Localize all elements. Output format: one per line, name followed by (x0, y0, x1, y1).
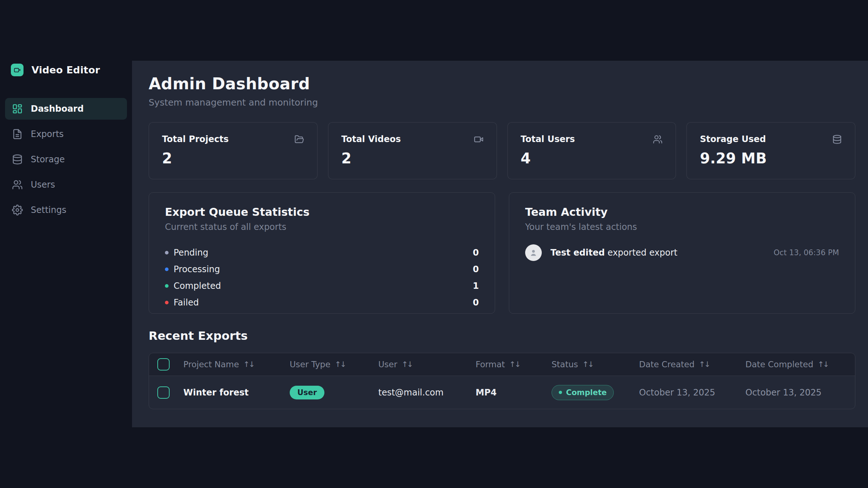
select-all-checkbox[interactable] (157, 358, 170, 371)
stat-label: Storage Used (700, 134, 766, 144)
sidebar-item-settings[interactable]: Settings (5, 199, 127, 221)
table-row[interactable]: Winter forest User test@mail.com MP4 Com… (149, 376, 855, 409)
team-activity-panel: Team Activity Your team's latest actions… (509, 192, 855, 314)
queue-row-processing: Processing 0 (165, 261, 479, 278)
video-editor-logo-icon (11, 64, 24, 76)
team-activity-title: Team Activity (525, 206, 839, 218)
export-queue-title: Export Queue Statistics (165, 206, 479, 218)
stat-label: Total Projects (162, 134, 229, 144)
sidebar-nav: Dashboard Exports Storage Users Settings (5, 98, 127, 221)
column-header-format[interactable]: Format↑↓ (476, 360, 552, 369)
stat-cards-row: Total Projects 2 Total Videos 2 Total Us… (149, 122, 855, 179)
export-queue-subtitle: Current status of all exports (165, 222, 479, 232)
users-icon (12, 179, 23, 190)
page-subtitle: System management and monitoring (149, 97, 855, 108)
cell-project-name: Winter forest (183, 388, 290, 398)
users-icon (653, 134, 663, 144)
stat-value: 2 (341, 150, 484, 167)
column-header-status[interactable]: Status↑↓ (552, 360, 639, 369)
sort-icon: ↑↓ (582, 360, 593, 369)
queue-status-list: Pending 0 Processing 0 Completed 1 Faile… (165, 244, 479, 311)
dashboard-icon (12, 103, 23, 114)
status-dot-icon (559, 391, 562, 394)
cell-format: MP4 (476, 388, 552, 398)
pending-dot (165, 251, 169, 254)
stat-value: 2 (162, 150, 304, 167)
table-header-row: Project Name↑↓ User Type↑↓ User↑↓ Format… (149, 353, 855, 376)
person-icon (529, 248, 538, 257)
stat-card-storage-used: Storage Used 9.29 MB (686, 122, 855, 179)
cell-date-completed: October 13, 2025 (745, 388, 855, 398)
stat-value: 9.29 MB (700, 150, 842, 167)
gear-icon (12, 205, 23, 215)
database-icon (12, 154, 23, 165)
sidebar-item-label: Exports (31, 129, 64, 139)
recent-exports-table: Project Name↑↓ User Type↑↓ User↑↓ Format… (149, 353, 855, 409)
app-brand: Video Editor (11, 64, 127, 76)
column-header-user[interactable]: User↑↓ (378, 360, 476, 369)
cell-user: test@mail.com (378, 388, 476, 398)
row-checkbox[interactable] (157, 386, 170, 399)
stat-value: 4 (521, 150, 663, 167)
sidebar-item-storage[interactable]: Storage (5, 149, 127, 170)
column-header-date-created[interactable]: Date Created↑↓ (639, 360, 745, 369)
sort-icon: ↑↓ (699, 360, 709, 369)
stat-label: Total Users (521, 134, 575, 144)
cell-user-type: User (290, 386, 378, 399)
database-icon (832, 134, 842, 144)
sidebar-item-users[interactable]: Users (5, 174, 127, 196)
stat-card-total-videos: Total Videos 2 (328, 122, 497, 179)
main-content: Admin Dashboard System management and mo… (132, 61, 868, 427)
queue-row-pending: Pending 0 (165, 244, 479, 261)
processing-dot (165, 267, 169, 271)
stat-label: Total Videos (341, 134, 401, 144)
status-badge: Complete (552, 385, 614, 400)
team-activity-subtitle: Your team's latest actions (525, 222, 839, 232)
column-header-date-completed[interactable]: Date Completed↑↓ (745, 360, 855, 369)
activity-text: Test edited exported export (550, 248, 677, 258)
column-header-user-type[interactable]: User Type↑↓ (290, 360, 378, 369)
completed-dot (165, 284, 169, 288)
export-queue-panel: Export Queue Statistics Current status o… (149, 192, 495, 314)
activity-item: Test edited exported export Oct 13, 06:3… (525, 244, 839, 261)
cell-date-created: October 13, 2025 (639, 388, 745, 398)
sidebar-item-exports[interactable]: Exports (5, 123, 127, 145)
sidebar-item-label: Settings (31, 205, 66, 215)
sidebar-item-label: Storage (31, 154, 65, 164)
folder-open-icon (294, 134, 304, 144)
app-title: Video Editor (31, 64, 100, 76)
activity-timestamp: Oct 13, 06:36 PM (774, 248, 839, 257)
user-type-badge: User (290, 386, 324, 399)
video-icon (474, 134, 484, 144)
failed-dot (165, 301, 169, 304)
queue-row-failed: Failed 0 (165, 294, 479, 311)
sidebar-item-label: Users (31, 180, 55, 190)
sort-icon: ↑↓ (401, 360, 412, 369)
sidebar-item-dashboard[interactable]: Dashboard (5, 98, 127, 120)
sort-icon: ↑↓ (243, 360, 254, 369)
file-icon (12, 129, 23, 140)
sidebar-item-label: Dashboard (31, 104, 84, 114)
sidebar: Video Editor Dashboard Exports Storage U… (0, 0, 132, 488)
page-title: Admin Dashboard (149, 74, 855, 93)
sort-icon: ↑↓ (335, 360, 345, 369)
recent-exports-title: Recent Exports (149, 329, 855, 343)
sort-icon: ↑↓ (818, 360, 828, 369)
stat-card-total-projects: Total Projects 2 (149, 122, 318, 179)
queue-row-completed: Completed 1 (165, 278, 479, 294)
cell-status: Complete (552, 385, 639, 400)
stat-card-total-users: Total Users 4 (507, 122, 676, 179)
column-header-project-name[interactable]: Project Name↑↓ (183, 360, 290, 369)
sort-icon: ↑↓ (509, 360, 520, 369)
avatar (525, 244, 542, 261)
